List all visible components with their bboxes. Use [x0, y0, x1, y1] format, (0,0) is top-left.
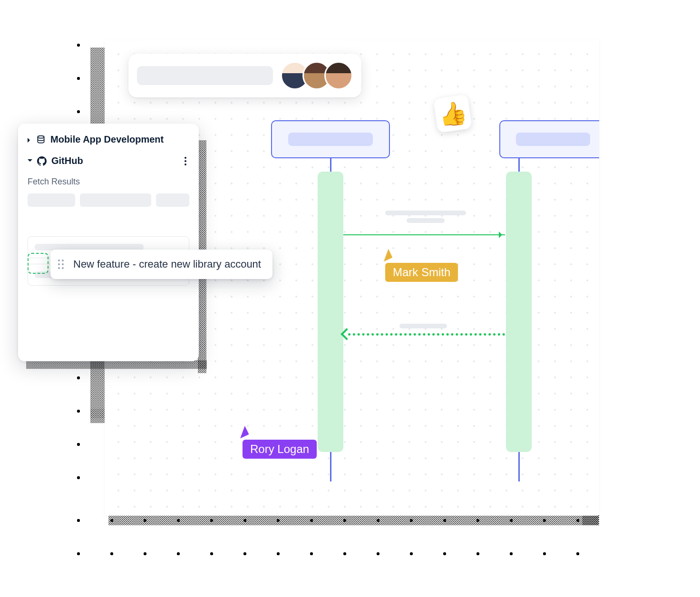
collaborator-cursor: Mark Smith: [385, 263, 458, 282]
collaborator-cursor-label: Rory Logan: [250, 443, 309, 455]
svg-point-0: [38, 135, 44, 138]
sequence-return-arrow[interactable]: [348, 333, 505, 336]
filter-chips-row: [28, 193, 189, 207]
dragging-card-title: New feature - create new library account: [73, 258, 261, 270]
placeholder-bar: [385, 211, 466, 215]
placeholder-bar: [407, 218, 445, 223]
integration-tree-item-label: GitHub: [51, 155, 83, 166]
thumbs-up-icon: 👍: [437, 98, 468, 129]
chevron-right-icon: [28, 134, 31, 145]
sequence-message-label[interactable]: [399, 324, 447, 328]
filter-chip-placeholder[interactable]: [156, 193, 189, 207]
collaborator-cursor: Rory Logan: [243, 440, 317, 459]
filter-chip-placeholder[interactable]: [80, 193, 151, 207]
avatar[interactable]: [324, 61, 353, 90]
section-label: Fetch Results: [28, 177, 189, 187]
filter-chip-placeholder[interactable]: [28, 193, 75, 207]
sequence-message-arrow[interactable]: [343, 234, 505, 235]
sequence-lifeline-header[interactable]: [271, 120, 390, 158]
toolbar-title-placeholder: [137, 66, 273, 85]
collaborator-avatars[interactable]: [281, 61, 353, 90]
drop-target-slot[interactable]: [28, 253, 49, 274]
thumbs-up-sticker[interactable]: 👍: [433, 94, 472, 133]
lifeline-label-placeholder: [516, 133, 590, 146]
sequence-message-label[interactable]: [385, 211, 466, 223]
collaborator-cursor-label: Mark Smith: [393, 266, 450, 279]
drag-handle-icon[interactable]: [58, 260, 67, 269]
canvas-toolbar: [128, 54, 361, 97]
decor-noise-shadow: [26, 360, 207, 369]
more-options-button[interactable]: [182, 157, 189, 165]
sequence-activation-bar[interactable]: [506, 172, 532, 452]
github-icon: [37, 156, 47, 166]
sequence-activation-bar[interactable]: [318, 172, 343, 452]
data-sources-panel: Mobile App Development GitHub Fetch Resu…: [18, 124, 199, 361]
database-icon: [36, 135, 46, 144]
project-tree-item-label: Mobile App Development: [50, 134, 164, 145]
sequence-lifeline-header[interactable]: [499, 120, 599, 158]
placeholder-bar: [399, 324, 447, 328]
lifeline-label-placeholder: [288, 133, 372, 146]
chevron-down-icon: [28, 155, 32, 166]
project-tree-item[interactable]: Mobile App Development: [28, 134, 189, 145]
dragging-card[interactable]: New feature - create new library account: [50, 250, 272, 279]
integration-tree-item[interactable]: GitHub: [28, 155, 189, 166]
